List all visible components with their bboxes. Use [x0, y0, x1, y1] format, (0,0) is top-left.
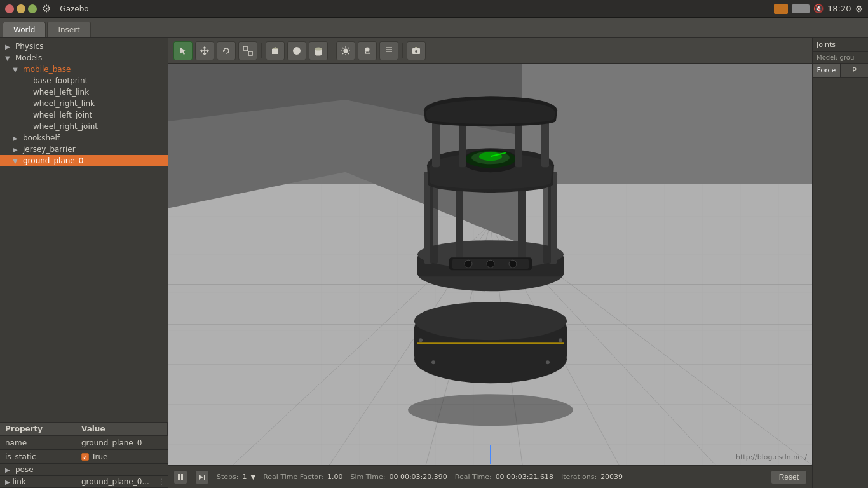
realtime-value: 00 00:03:21.618 [496, 473, 553, 481]
expand-mobile-base: ▼ [13, 66, 20, 73]
minimize-button[interactable] [17, 4, 25, 13]
wheel-right-link-label: wheel_right_link [33, 99, 95, 108]
rotate-tool-button[interactable] [217, 41, 236, 60]
titlebar: ⚙ Gazebo 🔇 18:20 ⚙ [0, 0, 868, 18]
iterations-label: Iterations: [561, 473, 597, 481]
close-button[interactable] [5, 4, 14, 13]
window-title: Gazebo [60, 4, 88, 13]
translate-tool-button[interactable] [195, 41, 214, 60]
wheel-left-joint-label: wheel_left_joint [33, 111, 92, 119]
maximize-button[interactable] [28, 4, 37, 13]
property-col-header: Property [0, 423, 76, 435]
screenshot-button[interactable] [407, 41, 426, 60]
tab-world[interactable]: World [3, 22, 46, 37]
viewport[interactable]: Steps: 1 ▼ Real Time Factor: 1.00 Sim Ti… [168, 38, 812, 488]
expand-physics: ▶ [5, 43, 13, 50]
simtime-group: Sim Time: 00 00:03:20.390 [351, 473, 447, 481]
tree-item-models[interactable]: ▼ Models [0, 52, 168, 64]
step-button[interactable] [195, 470, 209, 484]
svg-point-20 [365, 48, 369, 51]
steps-dropdown-icon[interactable]: ▼ [250, 473, 255, 480]
point-light-button[interactable] [358, 41, 377, 60]
prop-key-name: name [0, 437, 76, 449]
tree-item-wheel-right-joint[interactable]: ▶ wheel_right_joint [0, 121, 168, 132]
tree-item-wheel-right-link[interactable]: ▶ wheel_right_link [0, 98, 168, 109]
props-header: Property Value [0, 423, 168, 436]
scale-tool-button[interactable] [238, 41, 257, 60]
iterations-group: Iterations: 20039 [561, 473, 623, 481]
tree-item-ground-plane[interactable]: ▼ ground_plane_0 [0, 155, 168, 166]
steps-value: 1 [242, 473, 247, 481]
position-indicator [490, 445, 491, 464]
tab-insert[interactable]: Insert [47, 22, 90, 37]
svg-rect-78 [178, 474, 180, 480]
rtf-label: Real Time Factor: [263, 473, 323, 481]
scene[interactable] [168, 64, 812, 465]
right-panel: Joints Model: grou Force P [812, 38, 868, 488]
svg-point-28 [415, 50, 418, 53]
simtime-label: Sim Time: [351, 473, 386, 481]
box-button[interactable] [266, 41, 285, 60]
prop-val-is-static: ✓ True [76, 451, 168, 463]
spotlight-button[interactable] [379, 41, 398, 60]
base-footprint-label: base_footprint [33, 76, 88, 85]
tree-item-physics[interactable]: ▶ Physics [0, 41, 168, 52]
tree-item-wheel-left-joint[interactable]: ▶ wheel_left_joint [0, 109, 168, 121]
svg-point-11 [344, 49, 348, 53]
clock: 18:20 [827, 4, 851, 13]
svg-line-4 [247, 50, 248, 51]
realtime-label: Real Time: [455, 473, 492, 481]
expand-link: ▶ [5, 478, 10, 485]
tree-item-wheel-left-link[interactable]: ▶ wheel_left_link [0, 86, 168, 98]
realtime-group: Real Time: 00 00:03:21.618 [455, 473, 553, 481]
prop-val-link: ground_plane_0... [76, 476, 155, 487]
wheel-right-joint-label: wheel_right_joint [33, 122, 98, 131]
app: World Insert ▶ Physics ▼ Models ▼ mobile [0, 18, 868, 488]
svg-point-51 [419, 338, 423, 342]
tree-item-mobile-base[interactable]: ▼ mobile_base [0, 64, 168, 75]
force-tab[interactable]: Force [813, 64, 841, 77]
props-panel: Property Value name ground_plane_0 is_st… [0, 422, 168, 488]
sound-icon: 🔇 [813, 4, 824, 13]
window-controls [5, 4, 37, 13]
prop-row-pose[interactable]: ▶ pose [0, 464, 168, 476]
svg-rect-5 [272, 49, 278, 54]
svg-point-9 [315, 48, 322, 50]
prop-key-is-static: is_static [0, 451, 76, 463]
tree-item-bookshelf[interactable]: ▶ bookshelf [0, 132, 168, 144]
expand-bookshelf: ▶ [13, 135, 20, 142]
content: ▶ Physics ▼ Models ▼ mobile_base ▶ base_… [0, 38, 868, 488]
models-label: Models [15, 53, 42, 62]
toolbar [168, 38, 812, 64]
left-panel: ▶ Physics ▼ Models ▼ mobile_base ▶ base_… [0, 38, 168, 488]
right-tabs: Force P [813, 64, 868, 78]
settings-icon[interactable]: ⚙ [855, 4, 863, 14]
value-col-header: Value [76, 423, 168, 435]
sun-light-button[interactable] [336, 41, 355, 60]
cylinder-button[interactable] [309, 41, 328, 60]
toolbar-sep-3 [402, 43, 403, 58]
tabbar: World Insert [0, 18, 868, 38]
tree-item-base-footprint[interactable]: ▶ base_footprint [0, 75, 168, 86]
svg-line-17 [348, 53, 349, 54]
is-static-checkbox[interactable]: ✓ [81, 453, 89, 461]
reset-button[interactable]: Reset [771, 470, 807, 484]
select-tool-button[interactable] [173, 41, 193, 60]
sphere-button[interactable] [287, 41, 306, 60]
rtf-value: 1.00 [327, 473, 343, 481]
battery-icon [792, 4, 810, 13]
link-more-button[interactable]: ⋮ [155, 477, 168, 486]
tree-item-jersey-barrier[interactable]: ▶ jersey_barrier [0, 144, 168, 155]
p-tab[interactable]: P [841, 64, 868, 77]
statusbar: Steps: 1 ▼ Real Time Factor: 1.00 Sim Ti… [168, 465, 812, 488]
expand-pose: ▶ [5, 466, 13, 473]
steps-group: Steps: 1 ▼ [217, 473, 255, 481]
svg-marker-80 [199, 475, 203, 480]
prop-row-is-static: is_static ✓ True [0, 450, 168, 464]
toolbar-sep-1 [261, 43, 262, 58]
physics-label: Physics [15, 42, 43, 51]
pause-button[interactable] [173, 470, 187, 484]
svg-rect-79 [181, 474, 183, 480]
ground-plane-label: ground_plane_0 [23, 156, 83, 165]
toolbar-sep-2 [332, 43, 332, 58]
